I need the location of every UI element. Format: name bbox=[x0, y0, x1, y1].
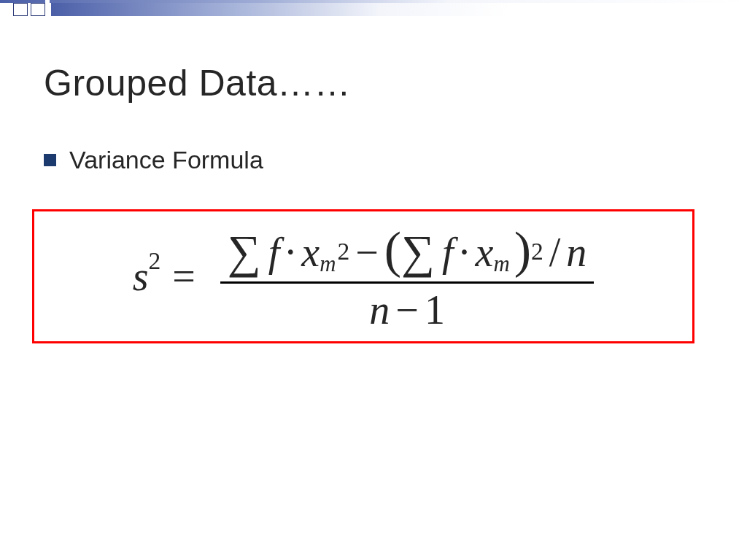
slash: / bbox=[549, 229, 561, 276]
sigma-icon: ∑ bbox=[228, 225, 261, 279]
const-one: 1 bbox=[425, 287, 445, 333]
exponent-2: 2 bbox=[337, 238, 349, 265]
lhs-exponent: 2 bbox=[148, 247, 160, 275]
square-icon bbox=[13, 3, 28, 16]
slide-title: Grouped Data…… bbox=[44, 62, 351, 104]
subscript-m: m bbox=[493, 252, 509, 277]
subscript-m: m bbox=[320, 252, 336, 277]
var-n: n bbox=[566, 229, 587, 276]
denominator: n − 1 bbox=[369, 287, 445, 333]
bullet-icon bbox=[44, 154, 56, 166]
exponent-2: 2 bbox=[531, 238, 543, 265]
variance-formula: s 2 = ∑ f · x m 2 − ( ∑ f · bbox=[133, 219, 595, 335]
lhs-base: s bbox=[133, 253, 149, 300]
sigma-icon: ∑ bbox=[401, 225, 435, 279]
bullet-item: Variance Formula bbox=[44, 146, 263, 174]
header-decoration bbox=[0, 0, 747, 16]
fraction: ∑ f · x m 2 − ( ∑ f · x m ) bbox=[220, 219, 595, 335]
var-x: x bbox=[301, 229, 320, 276]
var-x: x bbox=[476, 229, 494, 276]
dot-operator: · bbox=[460, 229, 470, 276]
var-f: f bbox=[442, 229, 454, 276]
minus-sign: − bbox=[355, 229, 379, 276]
var-n: n bbox=[369, 287, 390, 333]
right-paren: ) bbox=[514, 221, 531, 279]
bullet-text: Variance Formula bbox=[69, 146, 263, 174]
left-paren: ( bbox=[384, 221, 401, 279]
minus-sign: − bbox=[395, 287, 419, 333]
dot-operator: · bbox=[285, 229, 295, 276]
var-f: f bbox=[268, 229, 280, 276]
numerator: ∑ f · x m 2 − ( ∑ f · x m ) bbox=[228, 220, 587, 279]
square-icon bbox=[31, 3, 45, 16]
equals-sign: = bbox=[172, 253, 196, 300]
fraction-bar bbox=[220, 281, 595, 284]
formula-box: s 2 = ∑ f · x m 2 − ( ∑ f · bbox=[32, 209, 694, 343]
